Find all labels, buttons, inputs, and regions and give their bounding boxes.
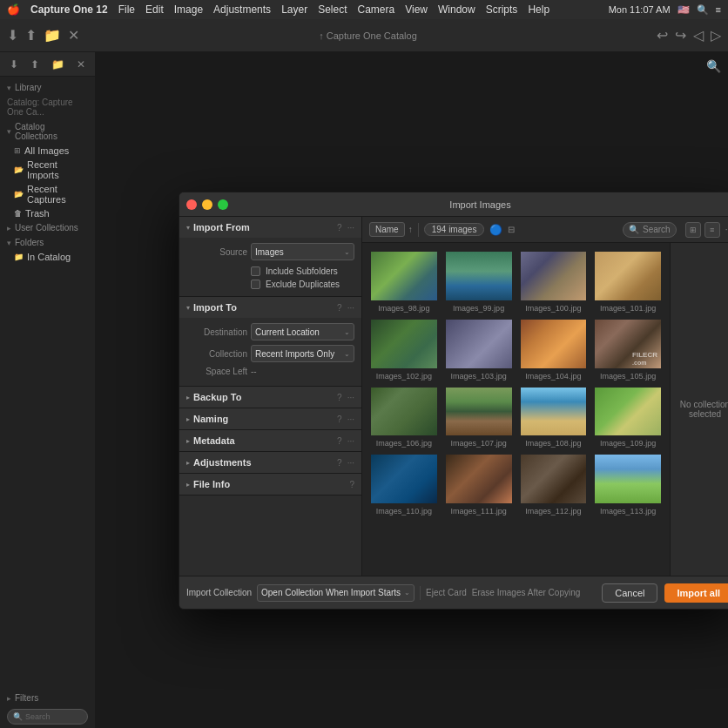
filters-header[interactable]: ▸ Filters	[0, 691, 95, 705]
list-item[interactable]: Images_111.jpg	[444, 453, 514, 516]
sidebar-item-all-images[interactable]: ⊞ All Images	[0, 144, 95, 158]
more-options-icon[interactable]: ···	[725, 225, 728, 234]
sidebar-import-icon[interactable]: ⬇	[10, 58, 18, 71]
catalog-collections-header[interactable]: ▾ Catalog Collections	[0, 119, 95, 144]
destination-dropdown[interactable]: Current Location ⌄	[251, 323, 354, 340]
naming-more-icon[interactable]: ···	[347, 415, 354, 424]
menu-camera[interactable]: Camera	[358, 3, 395, 16]
file-info-section: ▸ File Info ?	[179, 474, 361, 495]
menu-help[interactable]: Help	[528, 3, 549, 16]
folder-icon[interactable]: 📁	[44, 27, 61, 44]
adjustments-help-icon[interactable]: ?	[337, 458, 342, 468]
menu-view[interactable]: View	[405, 3, 428, 16]
import-from-help-icon[interactable]: ?	[337, 223, 342, 233]
maximize-button[interactable]	[218, 199, 228, 210]
sidebar-item-recent-imports[interactable]: 📂 Recent Imports	[0, 158, 95, 182]
source-dropdown[interactable]: Images ⌄	[251, 243, 354, 260]
sidebar-folder-icon[interactable]: 📁	[51, 58, 64, 71]
import-to-more-icon[interactable]: ···	[347, 303, 354, 313]
apple-menu[interactable]: 🍎	[7, 3, 20, 16]
list-item[interactable]: Images_112.jpg	[519, 453, 589, 516]
forward-icon[interactable]: ▷	[711, 27, 721, 44]
filter-icon[interactable]: 🔵	[489, 224, 502, 236]
menu-select[interactable]: Select	[318, 3, 347, 16]
sidebar-item-trash[interactable]: 🗑 Trash	[0, 206, 95, 220]
cancel-button[interactable]: Cancel	[602, 583, 657, 603]
sidebar-item-recent-captures[interactable]: 📂 Recent Captures	[0, 182, 95, 206]
list-item[interactable]: Images_108.jpg	[519, 386, 589, 448]
sidebar-close-icon[interactable]: ✕	[77, 58, 85, 71]
menu-edit[interactable]: Edit	[145, 3, 164, 16]
user-collections-header[interactable]: ▸ User Collections	[0, 220, 95, 235]
list-item[interactable]: Images_98.jpg	[369, 250, 439, 313]
sidebar-search-box[interactable]: 🔍 Search	[7, 709, 88, 725]
adjustments-header[interactable]: ▸ Adjustments ? ···	[179, 452, 361, 473]
slider-icon[interactable]: ⊟	[508, 225, 515, 234]
open-collection-dropdown[interactable]: Open Collection When Import Starts ⌄	[257, 584, 415, 602]
list-item[interactable]: Images_103.jpg	[444, 318, 514, 381]
export-icon[interactable]: ⬆	[25, 27, 37, 44]
collection-dropdown[interactable]: Recent Imports Only ⌄	[251, 345, 354, 362]
minimize-button[interactable]	[202, 199, 212, 210]
list-item[interactable]: FILECR.com Images_105.jpg	[593, 318, 663, 381]
exclude-duplicates-checkbox[interactable]	[251, 280, 260, 289]
search-icon[interactable]: 🔍	[697, 4, 709, 16]
erase-images-button[interactable]: Erase Images After Copying	[472, 588, 581, 597]
backup-to-header[interactable]: ▸ Backup To ? ···	[179, 387, 361, 408]
include-subfolders-checkbox[interactable]	[251, 266, 260, 276]
list-item[interactable]: Images_100.jpg	[519, 250, 589, 313]
list-view-button[interactable]: ≡	[704, 222, 720, 238]
import-from-header[interactable]: ▾ Import From ? ···	[179, 217, 361, 238]
import-to-header[interactable]: ▾ Import To ? ···	[179, 297, 361, 318]
list-item[interactable]: Images_110.jpg	[369, 453, 439, 516]
list-item[interactable]: Images_107.jpg	[444, 386, 514, 448]
list-item[interactable]: Images_113.jpg	[593, 453, 663, 516]
sidebar-export-icon[interactable]: ⬆	[30, 58, 39, 71]
file-info-help-icon[interactable]: ?	[349, 480, 354, 489]
image-thumb-12	[369, 453, 439, 505]
metadata-header[interactable]: ▸ Metadata ? ···	[179, 430, 361, 451]
control-strip-icon[interactable]: ≡	[716, 4, 721, 15]
menu-layer[interactable]: Layer	[281, 3, 307, 16]
import-to-help-icon[interactable]: ?	[337, 303, 342, 313]
grid-view-button[interactable]: ⊞	[685, 222, 701, 238]
eject-card-button[interactable]: Eject Card	[426, 588, 467, 597]
image-thumb-7: FILECR.com	[593, 318, 663, 370]
list-item[interactable]: Images_101.jpg	[593, 250, 663, 313]
app-name[interactable]: Capture One 12	[30, 3, 108, 16]
menu-scripts[interactable]: Scripts	[486, 3, 518, 16]
back-icon[interactable]: ◁	[693, 27, 704, 44]
redo-icon[interactable]: ↪	[675, 27, 686, 44]
list-item[interactable]: Images_99.jpg	[444, 250, 514, 313]
import-all-button[interactable]: Import all	[664, 583, 728, 603]
backup-more-icon[interactable]: ···	[347, 393, 354, 402]
menu-image[interactable]: Image	[174, 3, 203, 16]
naming-header[interactable]: ▸ Naming ? ···	[179, 408, 361, 429]
folders-header[interactable]: ▾ Folders	[0, 235, 95, 250]
sort-name-button[interactable]: Name	[369, 222, 405, 237]
image-search-box[interactable]: 🔍 Search	[623, 222, 677, 238]
menu-window[interactable]: Window	[438, 3, 475, 16]
undo-icon[interactable]: ↩	[657, 27, 668, 44]
list-item[interactable]: Images_106.jpg	[369, 386, 439, 448]
sort-direction-icon[interactable]: ↑	[408, 225, 413, 234]
close-icon[interactable]: ✕	[68, 27, 79, 44]
close-button[interactable]	[186, 199, 197, 210]
file-info-header[interactable]: ▸ File Info ?	[179, 474, 361, 495]
library-header[interactable]: ▾ Library	[0, 80, 95, 95]
backup-help-icon[interactable]: ?	[337, 393, 342, 402]
naming-help-icon[interactable]: ?	[337, 415, 342, 424]
list-item[interactable]: Images_109.jpg	[593, 386, 663, 448]
metadata-help-icon[interactable]: ?	[337, 436, 342, 446]
sidebar-item-in-catalog[interactable]: 📁 In Catalog	[0, 250, 95, 264]
image-grid[interactable]: Images_98.jpg Images_99.jpg	[362, 243, 670, 576]
metadata-more-icon[interactable]: ···	[347, 436, 354, 446]
search-icon-toolbar[interactable]: 🔍	[706, 59, 721, 73]
import-from-more-icon[interactable]: ···	[347, 223, 354, 233]
adjustments-more-icon[interactable]: ···	[347, 458, 354, 468]
menu-adjustments[interactable]: Adjustments	[213, 3, 271, 16]
import-icon[interactable]: ⬇	[7, 27, 18, 44]
menu-file[interactable]: File	[118, 3, 135, 16]
list-item[interactable]: Images_104.jpg	[519, 318, 589, 381]
list-item[interactable]: Images_102.jpg	[369, 318, 439, 381]
